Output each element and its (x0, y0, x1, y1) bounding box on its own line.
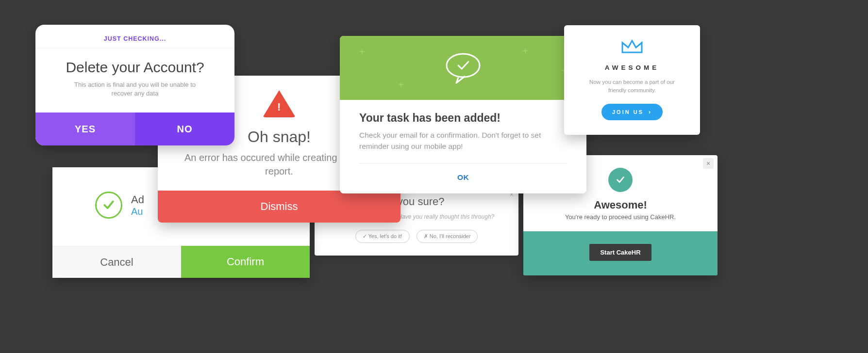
speech-check-icon (443, 51, 483, 85)
join-us-button[interactable]: JOIN US › (601, 104, 663, 120)
task-title: Your task has been added! (340, 100, 586, 129)
no-button[interactable]: NO (135, 112, 234, 145)
task-header: + + + + (340, 36, 586, 100)
warning-icon: ! (263, 90, 296, 117)
cancel-button[interactable]: Cancel (52, 246, 181, 278)
confirm-line2: Au (131, 206, 144, 217)
dismiss-button[interactable]: Dismiss (158, 191, 401, 223)
yes-pill-button[interactable]: ✓ Yes, let's do it! (355, 230, 410, 243)
delete-account-dialog: JUST CHECKING... Delete your Account? Th… (35, 25, 234, 145)
join-us-dialog: AWESOME Now you can become a part of our… (564, 25, 700, 135)
delete-tag: JUST CHECKING... (35, 25, 234, 48)
check-icon (95, 192, 122, 219)
chevron-right-icon: › (649, 109, 652, 115)
join-body: Now you can become a part of our friendl… (574, 78, 690, 104)
delete-subtitle: This action is final and you will be una… (35, 80, 234, 112)
join-title: AWESOME (574, 64, 690, 78)
no-pill-button[interactable]: ✗ No, I'll reconsider (417, 230, 478, 243)
task-body: Check your email for a confirmation. Don… (340, 129, 586, 163)
plus-decoration-icon: + (522, 46, 528, 57)
close-icon[interactable]: × (703, 158, 714, 169)
plus-decoration-icon: + (359, 47, 365, 58)
delete-title: Delete your Account? (35, 48, 234, 80)
crown-icon (621, 39, 643, 54)
join-button-label: JOIN US (612, 109, 644, 115)
ok-button[interactable]: OK (340, 163, 586, 193)
cake-title: Awesome! (523, 199, 718, 211)
start-cakehr-button[interactable]: Start CakeHR (589, 244, 651, 261)
success-check-icon (608, 168, 633, 192)
confirm-line1: Ad (131, 193, 144, 206)
confirm-button[interactable]: Confirm (181, 246, 310, 278)
task-added-dialog: + + + + Your task has been added! Check … (340, 36, 586, 193)
yes-button[interactable]: YES (35, 112, 135, 145)
plus-decoration-icon: + (398, 80, 404, 91)
svg-point-0 (447, 54, 480, 77)
